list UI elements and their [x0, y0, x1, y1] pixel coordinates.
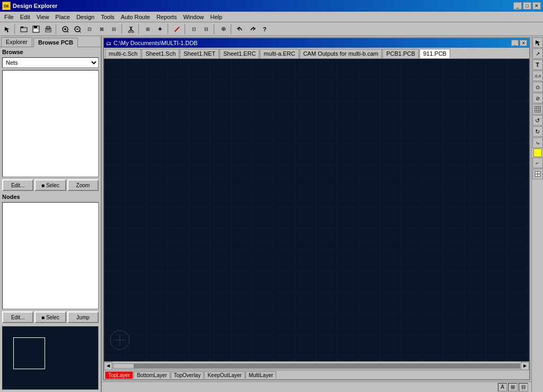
- tab-browse-pcb[interactable]: Browse PCB: [33, 38, 78, 47]
- app-title: Design Explorer: [13, 3, 513, 9]
- layer-keepout[interactable]: KeepOutLayer: [204, 371, 245, 379]
- status-bar: A ⊞ ⊟: [102, 381, 531, 392]
- tab-explorer[interactable]: Explorer: [1, 37, 32, 47]
- layer-bottom[interactable]: BottomLayer: [134, 371, 170, 379]
- toolbar-print[interactable]: [42, 23, 54, 35]
- toolbar-cut[interactable]: [125, 23, 137, 35]
- browse-zoom-button[interactable]: Zoom: [67, 179, 99, 191]
- nodes-jump-button[interactable]: Jump: [67, 311, 99, 323]
- toolbar-selection-2[interactable]: ✚: [154, 23, 166, 35]
- menu-edit[interactable]: Edit: [17, 13, 33, 21]
- layer-top-overlay[interactable]: TopOverlay: [171, 371, 204, 379]
- toolbar-selection-1[interactable]: ⊞: [142, 23, 154, 35]
- tab-pcb1[interactable]: PCB1.PCB: [382, 49, 418, 58]
- inner-window-controls: _ ✕: [511, 40, 527, 46]
- dropdown-row: Nets Components Pads Vias: [0, 56, 101, 69]
- svg-rect-5: [33, 29, 39, 32]
- menu-reports[interactable]: Reports: [153, 13, 180, 21]
- rt-zoom-tool[interactable]: ↗: [532, 48, 543, 59]
- toolbar-pointer[interactable]: [1, 23, 13, 35]
- menu-view[interactable]: View: [33, 13, 52, 21]
- rt-flip-tool[interactable]: ⤿: [532, 137, 543, 148]
- rt-text-tool[interactable]: T: [532, 59, 543, 70]
- toolbar-separator-7: [214, 24, 216, 34]
- nodes-list[interactable]: [2, 202, 99, 309]
- right-area: 🗂 C:\My Documents\MULTI-1.DDB _ ✕ multi-…: [102, 36, 531, 392]
- toolbar-zoom-doc[interactable]: ⊟: [108, 23, 120, 35]
- tab-cam-outputs[interactable]: CAM Outputs for multi-b.cam: [300, 49, 382, 58]
- nodes-edit-button[interactable]: Edit...: [2, 311, 33, 323]
- tab-multi-c-sch[interactable]: multi-c.Sch: [105, 49, 141, 58]
- browse-select-button[interactable]: ■ Selec: [34, 179, 66, 191]
- menu-autoroute[interactable]: Auto Route: [118, 13, 153, 21]
- tab-911-pcb[interactable]: 911.PCB: [419, 49, 450, 58]
- menu-window[interactable]: Window: [180, 13, 207, 21]
- rt-snap-tool[interactable]: ⊙: [532, 82, 543, 92]
- svg-rect-9: [46, 30, 50, 31]
- browse-buttons: Edit... ■ Selec Zoom: [0, 178, 101, 192]
- rt-yellow-box[interactable]: [533, 149, 542, 157]
- svg-line-13: [67, 31, 68, 32]
- browse-dropdown[interactable]: Nets Components Pads Vias: [2, 57, 99, 68]
- mini-preview-rect: [13, 337, 45, 369]
- toolbar-component-2[interactable]: ⊟: [200, 23, 212, 35]
- rt-coord-tool[interactable]: ,0,0: [532, 71, 543, 81]
- close-button[interactable]: ✕: [532, 2, 541, 10]
- toolbar-zoom-in[interactable]: [59, 23, 71, 35]
- rt-select-tool[interactable]: [532, 37, 543, 48]
- menu-design[interactable]: Design: [73, 13, 98, 21]
- toolbar-component-1[interactable]: ⊡: [188, 23, 200, 35]
- svg-marker-0: [5, 27, 10, 32]
- right-toolbar: ↗ T ,0,0 ⊙ ⊘ ↺ ↻ ⤿ ⌐: [531, 36, 543, 392]
- menu-place[interactable]: Place: [52, 13, 73, 21]
- document-tabs: multi-c.Sch Sheet1.Sch Sheet1.NET Sheet1…: [104, 48, 529, 59]
- rt-grid-tool[interactable]: [532, 104, 543, 115]
- toolbar-help[interactable]: ?: [259, 23, 270, 35]
- toolbar-save[interactable]: [30, 23, 42, 35]
- svg-line-16: [80, 31, 81, 32]
- menu-tools[interactable]: Tools: [98, 13, 118, 21]
- rt-hatch-tool[interactable]: ⊘: [532, 93, 543, 103]
- menu-file[interactable]: File: [1, 13, 17, 21]
- toolbar-pencil[interactable]: [171, 23, 183, 35]
- tab-sheet1-sch[interactable]: Sheet1.Sch: [142, 49, 179, 58]
- tab-multi-a-erc[interactable]: multi-a.ERC: [260, 49, 299, 58]
- rt-corner-tool[interactable]: ⌐: [532, 158, 543, 168]
- svg-rect-33: [535, 171, 541, 177]
- toolbar-separator-3: [121, 24, 124, 34]
- scroll-right-button[interactable]: ▶: [521, 362, 529, 370]
- svg-rect-34: [536, 172, 537, 173]
- menu-bar: File Edit View Place Design Tools Auto R…: [0, 12, 543, 22]
- maximize-button[interactable]: □: [523, 2, 531, 10]
- svg-rect-1: [21, 28, 27, 32]
- app-icon: DE: [2, 2, 11, 10]
- tab-sheet1-net[interactable]: Sheet1.NET: [180, 49, 219, 58]
- toolbar-open[interactable]: [18, 23, 30, 35]
- inner-minimize-button[interactable]: _: [511, 40, 519, 46]
- pcb-grid: [104, 59, 529, 361]
- tab-sheet1-erc[interactable]: Sheet1.ERC: [220, 49, 259, 58]
- svg-marker-27: [536, 40, 540, 46]
- toolbar-zoom-fit[interactable]: ⊡: [84, 23, 95, 35]
- toolbar-zoom-out[interactable]: [72, 23, 83, 35]
- toolbar-separator-8: [231, 24, 233, 34]
- browse-edit-button[interactable]: Edit...: [2, 179, 33, 191]
- rt-fill-tool[interactable]: [532, 169, 543, 179]
- layer-top[interactable]: TopLayer: [105, 371, 133, 379]
- toolbar-zoom-area[interactable]: ⊠: [96, 23, 108, 35]
- menu-help[interactable]: Help: [207, 13, 226, 21]
- inner-window-title: C:\My Documents\MULTI-1.DDB: [113, 40, 511, 46]
- scroll-track[interactable]: [113, 363, 520, 369]
- toolbar-undo[interactable]: [234, 23, 246, 35]
- minimize-button[interactable]: _: [513, 2, 522, 10]
- rt-rotate-ccw[interactable]: ↺: [532, 115, 543, 126]
- rt-rotate-cw[interactable]: ↻: [532, 126, 543, 137]
- layer-multi[interactable]: MultiLayer: [246, 371, 276, 379]
- nodes-select-button[interactable]: ■ Selec: [34, 311, 66, 323]
- scroll-thumb[interactable]: [113, 363, 134, 369]
- scroll-left-button[interactable]: ◀: [104, 362, 112, 370]
- browse-list[interactable]: [2, 70, 99, 177]
- toolbar-redo[interactable]: [247, 23, 258, 35]
- toolbar-crosshair[interactable]: ⊕: [217, 23, 229, 35]
- inner-close-button[interactable]: ✕: [520, 40, 527, 46]
